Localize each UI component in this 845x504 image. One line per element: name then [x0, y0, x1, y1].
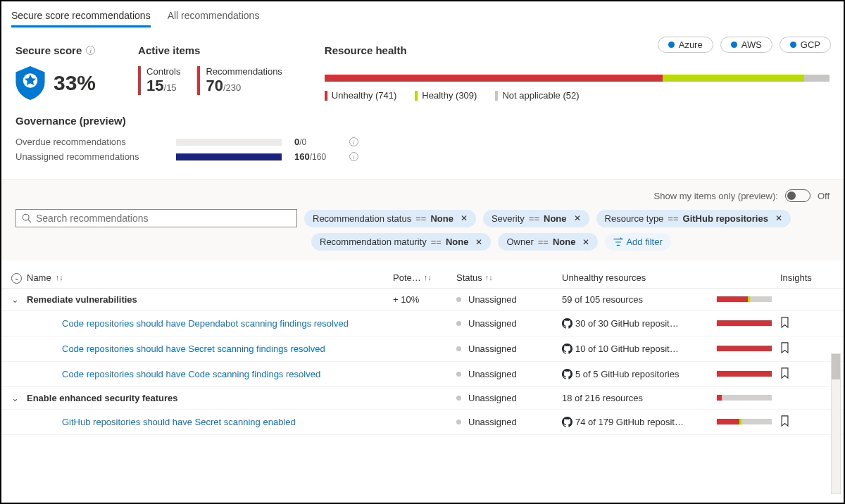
- recommendation-link[interactable]: Code repositories should have Dependabot…: [62, 318, 349, 329]
- recommendations-table: ⌄ Name ↑↓ Pote… ↑↓ Status ↑↓ Unhealthy r…: [1, 260, 844, 435]
- dot-icon: [790, 42, 796, 48]
- table-header: ⌄ Name ↑↓ Pote… ↑↓ Status ↑↓ Unhealthy r…: [1, 267, 844, 289]
- close-icon[interactable]: ✕: [574, 213, 581, 223]
- unhealthy-cell: 30 of 30 GitHub reposit…: [562, 318, 717, 329]
- health-mini-bar: [717, 371, 772, 377]
- bookmark-icon[interactable]: [780, 317, 789, 328]
- info-icon[interactable]: i: [86, 46, 95, 55]
- sort-icon: ↑↓: [424, 273, 432, 282]
- status-dot-icon: [456, 420, 461, 424]
- col-name[interactable]: Name ↑↓: [27, 272, 393, 283]
- col-status[interactable]: Status ↑↓: [456, 272, 562, 283]
- sort-icon: ↑↓: [56, 273, 63, 282]
- table-group-row[interactable]: ⌄Enable enhanced security featuresUnassi…: [1, 387, 844, 410]
- cloud-chip-azure[interactable]: Azure: [658, 37, 713, 53]
- close-icon[interactable]: ✕: [582, 237, 589, 247]
- unhealthy-cell: 59 of 105 resources: [562, 294, 717, 305]
- unhealthy-cell: 74 of 179 GitHub reposit…: [562, 417, 717, 427]
- status-dot-icon: [456, 396, 461, 401]
- controls-stat: Controls 15/15: [138, 66, 180, 95]
- col-insights[interactable]: Insights: [780, 272, 822, 283]
- vertical-scrollbar[interactable]: [831, 353, 841, 494]
- bookmark-icon[interactable]: [780, 367, 789, 379]
- status-cell: Unassigned: [456, 417, 562, 427]
- info-icon[interactable]: i: [349, 137, 358, 146]
- cloud-chip-aws[interactable]: AWS: [720, 37, 772, 53]
- filter-recommendation-maturity[interactable]: Recommendation maturity==None✕: [311, 233, 491, 251]
- resource-health-bar: [325, 75, 830, 82]
- secure-score-card: Secure score i 33%: [15, 44, 96, 101]
- close-icon[interactable]: ✕: [461, 213, 468, 223]
- table-row[interactable]: Code repositories should have Secret sca…: [1, 336, 844, 362]
- scroll-thumb[interactable]: [832, 354, 840, 379]
- governance-row-overdue: Overdue recommendations 0/0 i: [15, 137, 830, 147]
- potential-increase: + 10%: [393, 294, 456, 305]
- status-cell: Unassigned: [456, 369, 562, 379]
- search-input[interactable]: [36, 213, 291, 224]
- filter-icon: +: [613, 237, 623, 247]
- resource-health-legend: Unhealthy (741) Healthy (309) Not applic…: [325, 90, 830, 101]
- filter-severity[interactable]: Severity==None✕: [483, 210, 589, 227]
- unhealthy-segment: [325, 75, 663, 82]
- progress-bar: [176, 153, 282, 160]
- table-row[interactable]: Code repositories should have Dependabot…: [1, 311, 844, 336]
- cloud-chip-gcp[interactable]: GCP: [780, 37, 831, 53]
- tab-secure-score[interactable]: Secure score recommendations: [11, 7, 151, 27]
- svg-text:+: +: [620, 237, 622, 241]
- filter-owner[interactable]: Owner==None✕: [498, 233, 598, 251]
- status-cell: Unassigned: [456, 393, 562, 403]
- status-dot-icon: [456, 321, 461, 326]
- bookmark-icon[interactable]: [780, 342, 789, 353]
- github-icon: [562, 369, 572, 379]
- info-icon[interactable]: i: [349, 152, 358, 161]
- tab-all-recommendations[interactable]: All recommendations: [168, 7, 260, 27]
- close-icon[interactable]: ✕: [475, 237, 482, 247]
- health-mini-bar: [717, 395, 772, 401]
- github-icon: [562, 344, 572, 354]
- show-my-items-toggle-row: Show my items only (preview): Off: [15, 189, 830, 202]
- na-segment: [804, 75, 830, 82]
- table-row[interactable]: Code repositories should have Code scann…: [1, 362, 844, 387]
- recommendations-stat: Recommendations 70/230: [197, 66, 282, 95]
- group-name: Remediate vulnerabilities: [27, 294, 137, 305]
- health-mini-bar: [717, 320, 772, 326]
- col-unhealthy[interactable]: Unhealthy resources: [562, 272, 717, 283]
- legend-unhealthy: Unhealthy (741): [325, 90, 397, 101]
- show-my-items-toggle[interactable]: [785, 189, 810, 202]
- table-group-row[interactable]: ⌄Remediate vulnerabilities+ 10%Unassigne…: [1, 289, 844, 311]
- status-dot-icon: [456, 346, 461, 351]
- chevron-down-icon[interactable]: ⌄: [11, 294, 21, 305]
- governance-title: Governance (preview): [15, 115, 830, 127]
- governance-section: Governance (preview) Overdue recommendat…: [1, 108, 844, 179]
- add-filter-button[interactable]: +Add filter: [605, 233, 670, 251]
- col-potential[interactable]: Pote… ↑↓: [393, 272, 456, 283]
- github-icon: [562, 318, 572, 329]
- status-cell: Unassigned: [456, 294, 562, 305]
- status-dot-icon: [456, 372, 461, 377]
- filter-section: Show my items only (preview): Off Recomm…: [1, 179, 844, 260]
- recommendation-link[interactable]: Code repositories should have Secret sca…: [62, 344, 325, 354]
- status-dot-icon: [456, 297, 461, 302]
- filter-resource-type[interactable]: Resource type==GitHub repositories✕: [596, 210, 791, 227]
- governance-row-unassigned: Unassigned recommendations 160/160 i: [15, 151, 830, 162]
- recommendation-link[interactable]: GitHub repositories should have Secret s…: [62, 417, 296, 427]
- svg-line-2: [28, 220, 31, 222]
- unhealthy-cell: 5 of 5 GitHub repositories: [562, 369, 717, 379]
- legend-na: Not applicable (52): [495, 90, 579, 101]
- active-items-title: Active items: [138, 44, 282, 56]
- close-icon[interactable]: ✕: [775, 213, 782, 223]
- status-cell: Unassigned: [456, 318, 562, 329]
- svg-point-1: [23, 214, 29, 220]
- dot-icon: [731, 42, 737, 48]
- table-row[interactable]: GitHub repositories should have Secret s…: [1, 410, 844, 435]
- secure-score-value: 33%: [54, 71, 96, 95]
- chevron-down-icon[interactable]: ⌄: [11, 393, 21, 403]
- search-recommendations[interactable]: [15, 209, 297, 227]
- expand-all-icon[interactable]: ⌄: [11, 273, 22, 284]
- progress-bar: [176, 139, 282, 146]
- health-mini-bar: [717, 346, 772, 351]
- bookmark-icon[interactable]: [780, 415, 789, 427]
- shield-icon: [15, 66, 45, 100]
- recommendation-link[interactable]: Code repositories should have Code scann…: [62, 369, 320, 379]
- filter-recommendation-status[interactable]: Recommendation status==None✕: [304, 210, 476, 227]
